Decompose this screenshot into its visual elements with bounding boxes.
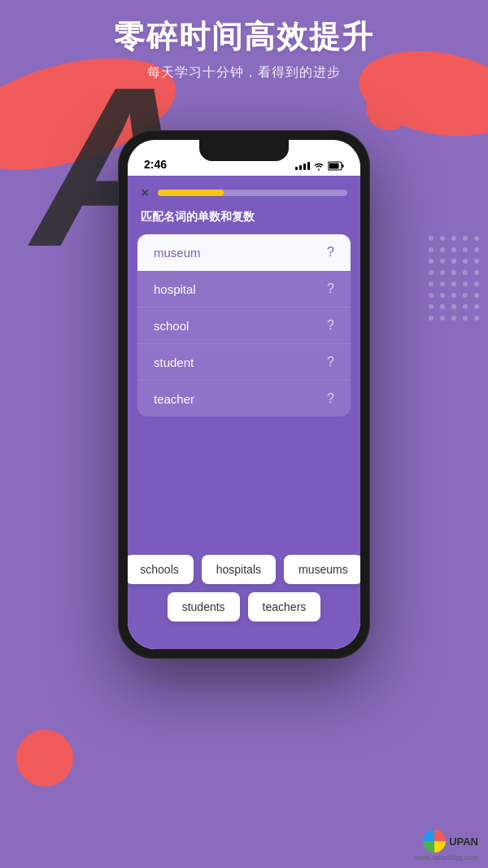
red-circle-bottom bbox=[16, 730, 73, 787]
svg-point-13 bbox=[463, 259, 468, 264]
svg-rect-41 bbox=[329, 164, 339, 169]
question-title: 匹配名词的单数和复数 bbox=[128, 207, 360, 234]
svg-point-21 bbox=[440, 281, 445, 286]
word-museum-answer: ? bbox=[327, 245, 334, 260]
wifi-icon bbox=[313, 161, 325, 171]
svg-point-3 bbox=[463, 236, 468, 241]
svg-point-33 bbox=[463, 304, 468, 309]
word-row-hospital[interactable]: hospital ? bbox=[137, 271, 351, 308]
svg-point-18 bbox=[463, 270, 468, 275]
watermark-url: www.upanblog.com bbox=[415, 853, 478, 861]
svg-point-29 bbox=[474, 293, 479, 298]
word-student: student bbox=[154, 355, 194, 369]
svg-point-4 bbox=[474, 236, 479, 241]
word-hospital-answer: ? bbox=[327, 281, 334, 296]
phone-notch bbox=[199, 140, 289, 161]
svg-point-28 bbox=[463, 293, 468, 298]
svg-point-1 bbox=[440, 236, 445, 241]
answer-section: schools hospitals museums students teach… bbox=[128, 539, 360, 649]
phone-screen: 2:46 bbox=[128, 140, 360, 649]
svg-point-8 bbox=[463, 247, 468, 252]
dot-pattern bbox=[425, 232, 481, 329]
word-teacher-answer: ? bbox=[327, 391, 334, 406]
phone-outer: 2:46 bbox=[118, 130, 370, 659]
svg-point-20 bbox=[429, 281, 434, 286]
app-content: × 匹配名词的单数和复数 museum ? hospital ? bbox=[128, 176, 360, 649]
progress-bar-bg bbox=[158, 190, 347, 196]
word-hospital: hospital bbox=[154, 282, 196, 296]
word-teacher: teacher bbox=[154, 392, 194, 406]
svg-point-9 bbox=[474, 247, 479, 252]
svg-point-17 bbox=[451, 270, 456, 275]
svg-point-36 bbox=[440, 316, 445, 321]
watermark: UPAN www.upanblog.com bbox=[415, 830, 478, 861]
svg-point-11 bbox=[440, 259, 445, 264]
svg-point-25 bbox=[429, 293, 434, 298]
answer-row-1: schools hospitals museums bbox=[137, 555, 351, 584]
svg-point-7 bbox=[451, 247, 456, 252]
svg-rect-42 bbox=[342, 164, 344, 168]
chip-museums[interactable]: museums bbox=[284, 555, 360, 584]
word-list: museum ? hospital ? school ? student ? bbox=[137, 234, 351, 417]
svg-point-35 bbox=[429, 316, 434, 321]
word-student-answer: ? bbox=[327, 355, 334, 369]
word-school: school bbox=[154, 319, 189, 333]
svg-point-6 bbox=[440, 247, 445, 252]
chip-students[interactable]: students bbox=[168, 592, 240, 622]
answer-row-2: students teachers bbox=[137, 592, 351, 622]
status-time: 2:46 bbox=[144, 158, 167, 171]
svg-point-26 bbox=[440, 293, 445, 298]
svg-point-27 bbox=[451, 293, 456, 298]
svg-point-19 bbox=[474, 270, 479, 275]
phone-wrapper: 2:46 bbox=[118, 130, 370, 659]
word-row-student[interactable]: student ? bbox=[137, 344, 351, 381]
header-section: 零碎时间高效提升 每天学习十分钟，看得到的进步 bbox=[0, 16, 488, 81]
svg-point-30 bbox=[429, 304, 434, 309]
chip-teachers[interactable]: teachers bbox=[248, 592, 321, 622]
svg-point-16 bbox=[440, 270, 445, 275]
svg-point-23 bbox=[463, 281, 468, 286]
svg-point-14 bbox=[474, 259, 479, 264]
red-circle-top bbox=[366, 85, 411, 130]
word-school-answer: ? bbox=[327, 318, 334, 333]
watermark-logo: UPAN bbox=[423, 830, 478, 853]
svg-point-31 bbox=[440, 304, 445, 309]
watermark-brand: UPAN bbox=[449, 835, 478, 848]
svg-point-32 bbox=[451, 304, 456, 309]
svg-point-10 bbox=[429, 259, 434, 264]
chip-hospitals[interactable]: hospitals bbox=[202, 555, 276, 584]
svg-point-15 bbox=[429, 270, 434, 275]
word-row-museum[interactable]: museum ? bbox=[137, 234, 351, 271]
word-row-school[interactable]: school ? bbox=[137, 308, 351, 344]
svg-point-24 bbox=[474, 281, 479, 286]
sub-title: 每天学习十分钟，看得到的进步 bbox=[0, 64, 488, 81]
signal-icon bbox=[295, 162, 310, 170]
battery-icon bbox=[328, 161, 344, 171]
svg-point-12 bbox=[451, 259, 456, 264]
svg-point-39 bbox=[474, 316, 479, 321]
svg-point-22 bbox=[451, 281, 456, 286]
status-icons bbox=[295, 161, 344, 171]
word-museum: museum bbox=[154, 246, 201, 260]
svg-point-0 bbox=[429, 236, 434, 241]
word-row-teacher[interactable]: teacher ? bbox=[137, 381, 351, 417]
svg-point-5 bbox=[429, 247, 434, 252]
main-title: 零碎时间高效提升 bbox=[0, 16, 488, 58]
close-button[interactable]: × bbox=[141, 185, 150, 200]
watermark-circle-icon bbox=[423, 830, 446, 853]
svg-point-2 bbox=[451, 236, 456, 241]
top-bar: × bbox=[128, 176, 360, 207]
svg-point-38 bbox=[463, 316, 468, 321]
svg-point-37 bbox=[451, 316, 456, 321]
chip-schools[interactable]: schools bbox=[128, 555, 194, 584]
progress-bar-fill bbox=[158, 190, 224, 196]
svg-point-34 bbox=[474, 304, 479, 309]
